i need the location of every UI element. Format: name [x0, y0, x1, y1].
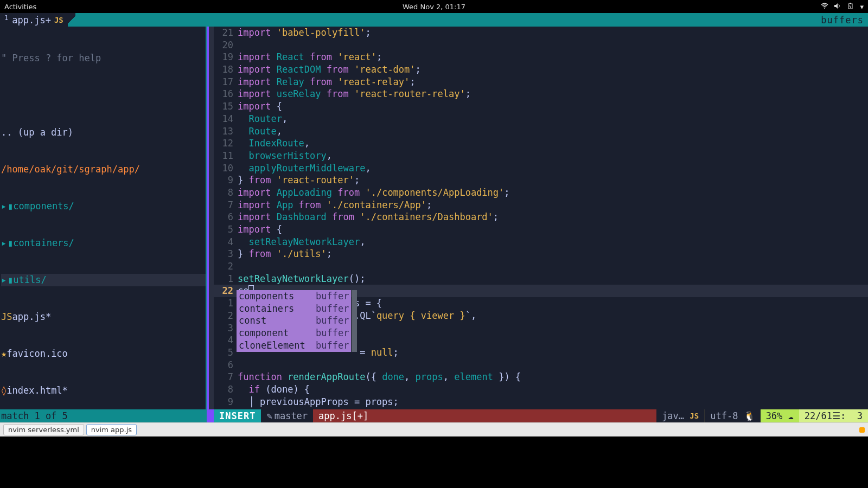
- code-line[interactable]: 21import 'babel-polyfill';: [214, 27, 868, 39]
- code-line[interactable]: 9} from 'react-router';: [214, 174, 868, 187]
- completion-kind: buffer: [316, 303, 349, 315]
- git-branch: master: [261, 409, 313, 422]
- code-line[interactable]: 20: [214, 39, 868, 52]
- code-text: import {: [238, 100, 868, 113]
- line-number: 4: [214, 236, 238, 248]
- tree-file[interactable]: JS app.js*: [1, 311, 206, 323]
- line-number: 13: [214, 125, 238, 138]
- cwd-path: /home/oak/git/sgraph/app/: [1, 163, 206, 176]
- code-line[interactable]: 2: [214, 260, 868, 273]
- code-line[interactable]: 5import {: [214, 223, 868, 236]
- code-line[interactable]: 6: [214, 359, 868, 371]
- line-number: 3: [214, 322, 238, 335]
- notification-icon[interactable]: [859, 427, 865, 433]
- tree-dir[interactable]: ▸ ▮ containers/: [1, 237, 206, 249]
- completion-item[interactable]: constbuffer: [237, 314, 351, 327]
- tab-appjs[interactable]: 1 app.js+ JS: [0, 13, 68, 27]
- code-line[interactable]: 3} from './utils';: [214, 248, 868, 260]
- code-text: import AppLoading from './components/App…: [238, 187, 868, 199]
- code-line[interactable]: 4 setRelayNetworkLayer,: [214, 236, 868, 248]
- popup-scrollbar[interactable]: [352, 290, 357, 352]
- chevron-right-icon: ▸: [1, 274, 8, 286]
- completion-item[interactable]: componentbuffer: [237, 327, 351, 339]
- completion-kind: buffer: [316, 314, 349, 327]
- code-line[interactable]: 18import ReactDOM from 'react-dom';: [214, 63, 868, 76]
- tree-file[interactable]: ★ favicon.ico: [1, 348, 206, 360]
- volume-icon[interactable]: [834, 3, 841, 10]
- line-number: 4: [214, 334, 238, 346]
- folder-icon: ▮: [8, 274, 13, 286]
- chevron-right-icon: ▸: [1, 237, 8, 249]
- code-line[interactable]: 8import AppLoading from './components/Ap…: [214, 187, 868, 199]
- star-icon: ★: [1, 348, 7, 360]
- clock[interactable]: Wed Nov 2, 01:17: [403, 3, 465, 11]
- line-number: 1: [214, 297, 238, 310]
- code-editor[interactable]: 21import 'babel-polyfill';2019import Rea…: [214, 27, 868, 409]
- code-line[interactable]: 6import Dashboard from './containers/Das…: [214, 211, 868, 223]
- js-icon: JS: [54, 16, 63, 24]
- chevron-right-icon: ▸: [1, 200, 8, 213]
- code-text: [238, 359, 868, 371]
- completion-item[interactable]: componentsbuffer: [237, 290, 351, 303]
- completion-item[interactable]: cloneElementbuffer: [237, 339, 351, 352]
- code-line[interactable]: 7import App from './containers/App';: [214, 199, 868, 211]
- code-line[interactable]: 19import React from 'react';: [214, 51, 868, 63]
- encoding-segment: utf-8 🐧: [704, 409, 760, 422]
- code-line[interactable]: 13 Route,: [214, 125, 868, 138]
- task-item[interactable]: nvim serverless.yml: [3, 424, 84, 435]
- code-line[interactable]: 10 applyRouterMiddleware,: [214, 162, 868, 175]
- line-number: 9: [214, 396, 238, 408]
- line-number: 6: [214, 211, 238, 223]
- status-divider: [207, 409, 214, 422]
- code-line[interactable]: 11 browserHistory,: [214, 150, 868, 162]
- mode-indicator: INSERT: [214, 409, 261, 422]
- filetype-segment: jav… JS: [656, 409, 704, 422]
- code-line[interactable]: 16import useRelay from 'react-router-rel…: [214, 88, 868, 100]
- linux-icon: 🐧: [744, 410, 755, 421]
- code-text: function renderAppRoute({ done, props, e…: [238, 371, 868, 383]
- padding: [0, 436, 868, 488]
- tree-dir[interactable]: ▸ ▮ utils/: [1, 274, 206, 286]
- code-line[interactable]: 9 │ previousAppProps = props;: [214, 396, 868, 408]
- up-dir[interactable]: .. (up a dir): [1, 126, 206, 139]
- code-text: } from './utils';: [238, 248, 868, 260]
- tree-dir[interactable]: ▸ ▮ components/: [1, 200, 206, 213]
- svg-rect-2: [850, 3, 851, 4]
- code-line[interactable]: 8 if (done) {: [214, 383, 868, 396]
- line-number: 11: [214, 150, 238, 162]
- chevron-down-icon[interactable]: ▾: [860, 3, 864, 10]
- line-number: 5: [214, 223, 238, 236]
- code-text: import 'babel-polyfill';: [238, 27, 868, 39]
- completion-popup[interactable]: componentsbuffercontainersbufferconstbuf…: [237, 290, 351, 352]
- tab-separator: [68, 13, 75, 27]
- buffers-label[interactable]: buffers: [816, 13, 868, 27]
- completion-kind: buffer: [316, 327, 349, 339]
- completion-word: containers: [239, 303, 316, 315]
- code-text: Router,: [238, 113, 868, 125]
- code-line[interactable]: 17import Relay from 'react-relay';: [214, 76, 868, 88]
- code-line[interactable]: 7function renderAppRoute({ done, props, …: [214, 371, 868, 383]
- line-number: 12: [214, 137, 238, 150]
- line-number: 19: [214, 51, 238, 63]
- code-text: setRelayNetworkLayer,: [238, 236, 868, 248]
- code-line[interactable]: 12 IndexRoute,: [214, 137, 868, 150]
- code-line[interactable]: 15import {: [214, 100, 868, 113]
- task-item[interactable]: nvim app.js: [86, 424, 137, 435]
- line-number: 8: [214, 187, 238, 199]
- position-segment: 22/61☰ : 3: [799, 409, 868, 422]
- activities-button[interactable]: Activities: [4, 3, 36, 11]
- line-number: 17: [214, 76, 238, 88]
- battery-icon[interactable]: [847, 3, 854, 10]
- file-tree[interactable]: " Press ? for help .. (up a dir) /home/o…: [0, 27, 207, 409]
- completion-item[interactable]: containersbuffer: [237, 303, 351, 315]
- code-text: │ previousAppProps = props;: [238, 396, 868, 408]
- line-number: 18: [214, 63, 238, 76]
- code-line[interactable]: 1setRelayNetworkLayer();: [214, 273, 868, 285]
- code-line[interactable]: 14 Router,: [214, 113, 868, 125]
- tree-file[interactable]: ◊ index.html*: [1, 384, 206, 397]
- line-number: 16: [214, 88, 238, 100]
- filename-segment: app.js[+]: [313, 409, 656, 422]
- completion-word: const: [239, 314, 316, 327]
- wifi-icon[interactable]: [821, 3, 828, 10]
- lines-icon: ☰: [832, 410, 840, 421]
